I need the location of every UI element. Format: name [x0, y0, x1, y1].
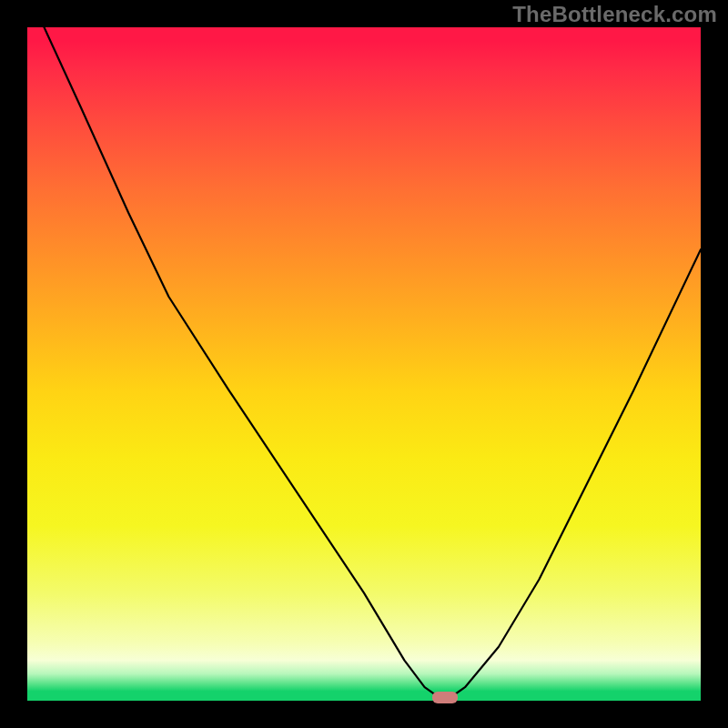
chart-frame: TheBottleneck.com: [0, 0, 728, 728]
watermark-text: TheBottleneck.com: [512, 2, 717, 27]
bottleneck-curve: [27, 27, 701, 701]
optimal-marker: [432, 692, 458, 703]
